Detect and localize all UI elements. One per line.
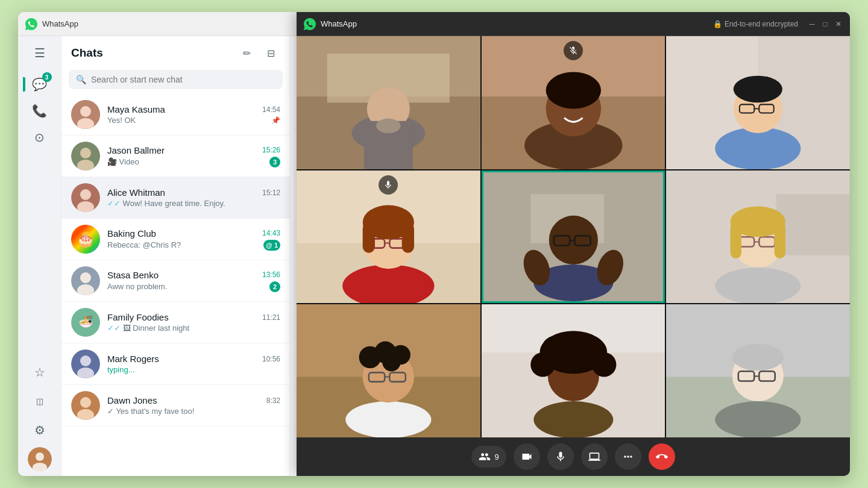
sidebar-item-chats[interactable]: 💬 3 bbox=[28, 72, 52, 96]
chat-name-row: Maya Kasuma 14:54 bbox=[107, 104, 280, 114]
chat-name: Maya Kasuma bbox=[107, 104, 165, 114]
list-item[interactable]: Mark Rogers 10:56 typing... bbox=[61, 343, 290, 385]
svg-point-101 bbox=[732, 344, 784, 371]
main-window: WhatsApp ─ □ ✕ ☰ 💬 3 📞 ⊙ bbox=[18, 12, 850, 476]
chat-preview-row: Aww no problem. 2 bbox=[107, 281, 280, 292]
pin-icon: 📌 bbox=[271, 116, 280, 125]
sidebar-item-calls[interactable]: 📞 bbox=[28, 99, 52, 123]
video-cell-9 bbox=[666, 304, 850, 437]
chat-name: Stasa Benko bbox=[107, 270, 159, 280]
svg-point-87 bbox=[533, 401, 613, 437]
video-controls: 9 bbox=[297, 437, 850, 476]
svg-point-76 bbox=[345, 401, 431, 437]
chat-name-row: Stasa Benko 13:56 bbox=[107, 270, 280, 280]
svg-point-39 bbox=[715, 127, 801, 169]
chat-name-row: Mark Rogers 10:56 bbox=[107, 354, 280, 364]
chat-name-row: Baking Club 14:43 bbox=[107, 228, 280, 239]
app-body: ☰ 💬 3 📞 ⊙ ☆ ⎅ ⚙ bbox=[18, 36, 850, 476]
chat-time: 10:56 bbox=[262, 355, 280, 363]
sidebar-item-status[interactable]: ⊙ bbox=[28, 125, 52, 149]
chat-preview: ✓✓ Wow! Have great time. Enjoy. bbox=[107, 199, 280, 208]
list-item[interactable]: Alice Whitman 15:12 ✓✓ Wow! Have great t… bbox=[61, 177, 290, 219]
chat-info: Family Foodies 11:21 ✓✓ 🖼 Dinner last ni… bbox=[107, 312, 280, 333]
chat-list-panel: Chats ✏ ⊟ 🔍 bbox=[61, 36, 291, 476]
search-bar: 🔍 bbox=[69, 70, 283, 89]
avatar bbox=[71, 391, 100, 420]
chat-preview: typing... bbox=[107, 365, 280, 374]
video-cell-8 bbox=[482, 304, 665, 437]
chat-name-row: Dawn Jones 8:32 bbox=[107, 395, 280, 405]
screen-share-button[interactable] bbox=[581, 443, 608, 470]
video-call-window: WhatsApp 🔒 End-to-end endcrypted ─ □ ✕ bbox=[297, 36, 850, 476]
video-cell-5 bbox=[482, 170, 665, 304]
list-item[interactable]: 🍜 Family Foodies 11:21 ✓✓ 🖼 Dinner last … bbox=[61, 302, 290, 343]
video-cell-4 bbox=[297, 170, 480, 304]
chat-time: 11:21 bbox=[262, 313, 280, 322]
sidebar-item-archived[interactable]: ⎅ bbox=[28, 389, 52, 413]
menu-icon-button[interactable]: ☰ bbox=[28, 41, 52, 65]
header-icons: ✏ ⊟ bbox=[237, 43, 280, 63]
microphone-button[interactable] bbox=[547, 443, 574, 470]
list-item[interactable]: Dawn Jones 8:32 ✓ Yes that's my fave too… bbox=[61, 385, 290, 427]
avatar bbox=[71, 142, 100, 170]
list-item[interactable]: Maya Kasuma 14:54 Yes! OK 📌 bbox=[61, 94, 290, 136]
chats-badge: 3 bbox=[42, 72, 52, 82]
camera-icon bbox=[521, 451, 533, 463]
chat-preview-row: ✓✓ 🖼 Dinner last night bbox=[107, 324, 280, 333]
chat-name-row: Jason Ballmer 15:26 bbox=[107, 145, 280, 155]
chat-preview-row: Rebecca: @Chris R? @ 1 bbox=[107, 240, 280, 251]
svg-point-36 bbox=[546, 72, 600, 109]
svg-rect-54 bbox=[402, 222, 414, 253]
svg-point-20 bbox=[80, 355, 91, 366]
participants-icon bbox=[479, 451, 491, 463]
chat-info: Alice Whitman 15:12 ✓✓ Wow! Have great t… bbox=[107, 187, 280, 208]
sidebar-bottom: ☆ ⎅ ⚙ bbox=[28, 360, 52, 476]
chat-preview: Aww no problem. bbox=[107, 282, 269, 291]
chat-info: Maya Kasuma 14:54 Yes! OK 📌 bbox=[107, 104, 280, 125]
video-cell-6 bbox=[666, 170, 850, 304]
more-options-button[interactable] bbox=[615, 443, 641, 470]
end-call-button[interactable] bbox=[649, 443, 675, 470]
chat-time: 14:43 bbox=[262, 229, 280, 237]
chat-preview-row: ✓✓ Wow! Have great time. Enjoy. bbox=[107, 199, 280, 208]
chat-list-title: Chats bbox=[71, 46, 103, 60]
svg-point-44 bbox=[734, 76, 782, 103]
chat-info: Dawn Jones 8:32 ✓ Yes that's my fave too… bbox=[107, 395, 280, 416]
microphone-icon bbox=[555, 451, 567, 463]
new-chat-button[interactable]: ✏ bbox=[237, 43, 256, 63]
avatar bbox=[71, 349, 100, 378]
svg-point-96 bbox=[715, 401, 801, 437]
camera-button[interactable] bbox=[514, 443, 540, 470]
mute-indicator bbox=[564, 41, 583, 60]
svg-point-7 bbox=[80, 148, 91, 158]
chat-preview: ✓ Yes that's my fave too! bbox=[107, 407, 280, 416]
participants-button[interactable]: 9 bbox=[471, 446, 506, 468]
svg-rect-53 bbox=[363, 222, 375, 253]
chat-info: Jason Ballmer 15:26 🎥 Video 3 bbox=[107, 145, 280, 167]
chat-preview-row: 🎥 Video 3 bbox=[107, 157, 280, 167]
chat-list-header: Chats ✏ ⊟ bbox=[61, 36, 290, 70]
svg-point-66 bbox=[715, 267, 801, 304]
list-item[interactable]: Jason Ballmer 15:26 🎥 Video 3 bbox=[61, 136, 290, 177]
svg-text:🎂: 🎂 bbox=[77, 230, 95, 248]
video-cell-7 bbox=[297, 304, 480, 437]
avatar bbox=[71, 266, 100, 295]
video-cell-1 bbox=[297, 36, 480, 169]
list-item[interactable]: Stasa Benko 13:56 Aww no problem. 2 bbox=[61, 260, 290, 302]
svg-point-23 bbox=[80, 397, 91, 408]
chat-preview: Yes! OK bbox=[107, 116, 271, 125]
list-item[interactable]: 🎂 Baking Club 14:43 Rebecca: @Chris R? @… bbox=[61, 219, 290, 260]
video-grid bbox=[297, 36, 850, 437]
chat-info: Baking Club 14:43 Rebecca: @Chris R? @ 1 bbox=[107, 228, 280, 251]
chat-time: 8:32 bbox=[266, 396, 280, 405]
sidebar-item-settings[interactable]: ⚙ bbox=[28, 418, 52, 442]
end-call-icon bbox=[656, 451, 668, 463]
chat-time: 15:26 bbox=[262, 146, 280, 154]
chat-preview: 🎥 Video bbox=[107, 157, 269, 166]
avatar bbox=[71, 183, 100, 212]
filter-button[interactable]: ⊟ bbox=[261, 43, 280, 63]
sidebar-item-starred[interactable]: ☆ bbox=[28, 360, 52, 384]
search-input[interactable] bbox=[91, 75, 275, 84]
user-avatar[interactable] bbox=[28, 447, 52, 471]
more-icon bbox=[622, 451, 634, 463]
